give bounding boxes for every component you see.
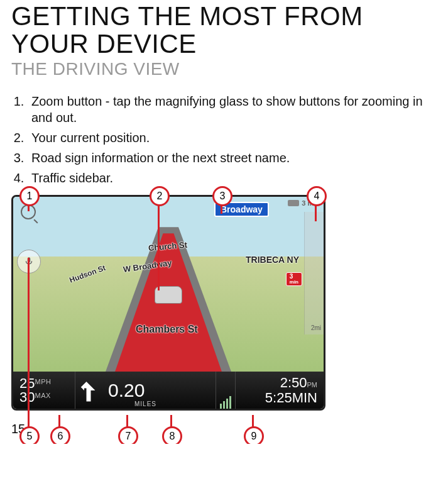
turn-arrow-icon [75,377,102,404]
callout-marker-7: 7 [118,426,138,444]
car-icon [288,200,299,206]
area-label-tribeca: TRIBECA NY [246,255,299,265]
page-number: 15 [11,422,437,436]
callout-marker-8: 8 [162,426,182,444]
status-bar: 25MPH 30MAX 0.20 MILES 2:50PM 5:25MIN [13,372,324,409]
distance-unit: MILES [134,400,156,407]
time-panel[interactable]: 2:50PM 5:25MIN [236,372,324,409]
map-view[interactable]: Broadway Church St W Broadway Hudson St … [13,197,324,372]
speed-panel[interactable]: 25MPH 30MAX [13,372,75,409]
traffic-scale-label: 2mi [311,324,321,331]
callout-line [28,258,30,429]
callout-marker-1: 1 [19,186,40,206]
current-time: 2:50 [280,375,307,390]
eta-value: 5:25 [265,390,292,406]
street-label-chambers: Chambers St [136,324,198,335]
list-item: Your current position. [28,130,437,146]
navigation-panel[interactable]: 0.20 MILES [75,372,216,409]
callout-marker-4: 4 [307,186,327,206]
callout-marker-9: 9 [244,426,264,444]
page-subtitle: THE DRIVING VIEW [11,59,437,79]
speed-unit: MPH [35,377,51,385]
limit-unit: MAX [35,391,50,399]
street-label-hudson: Hudson St [68,263,107,285]
traffic-sidebar[interactable] [304,212,324,334]
list-item: Road sign information or the next street… [28,150,437,166]
list-item: Traffic sidebar. [28,170,437,186]
callout-marker-3: 3 [212,186,232,206]
callout-marker-5: 5 [19,426,40,444]
device-screenshot: Broadway Church St W Broadway Hudson St … [11,195,325,411]
list-item: Zoom button - tap the magnifying glass t… [28,93,437,126]
device-screenshot-wrap: 1 2 3 4 Broadway Church St W Broadway Hu… [11,195,325,411]
callout-line [158,202,160,290]
incident-unit: min [290,280,298,285]
traffic-incident-badge[interactable]: 3 min [286,272,302,286]
callout-marker-6: 6 [50,426,70,444]
eta-unit: MIN [292,390,317,406]
page-title: GETTING THE MOST FROM YOUR DEVICE [11,3,437,58]
callout-marker-2: 2 [150,186,170,206]
next-turn-distance: 0.20 [108,380,145,401]
gps-signal-icon [216,372,236,409]
time-unit: PM [307,381,318,389]
instruction-list: Zoom button - tap the magnifying glass t… [11,93,437,186]
